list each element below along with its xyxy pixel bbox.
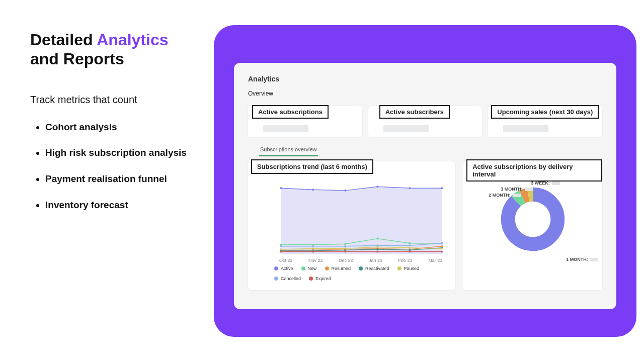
legend-label: Reactivated: [365, 266, 389, 271]
legend-item: Reactivated: [359, 266, 389, 271]
svg-point-41: [409, 250, 411, 252]
dashboard-subtitle: Overview: [248, 90, 602, 97]
marketing-copy: Detailed Analytics and Reports Track met…: [0, 0, 211, 362]
svg-point-22: [376, 248, 378, 250]
tab-subscriptions-overview[interactable]: Subscriptions overview: [259, 144, 318, 156]
svg-point-35: [409, 244, 411, 246]
donut-slice-label: 3 WEEK:: [531, 180, 560, 186]
svg-point-3: [344, 190, 346, 192]
svg-point-39: [344, 250, 346, 252]
legend-swatch: [397, 266, 401, 270]
legend-label: Expired: [315, 276, 331, 281]
donut-slice-label: 2 MONTH:: [489, 193, 521, 198]
chart-card-trend: Subscriptions trend (last 6 months) Oct …: [248, 161, 455, 290]
svg-point-1: [280, 187, 282, 189]
headline-accent: Analytics: [97, 31, 168, 49]
svg-point-42: [441, 250, 443, 252]
legend-item: Cancelled: [274, 276, 301, 281]
kpi-card-active-subscriptions[interactable]: Active subscriptions: [248, 106, 362, 137]
x-tick-label: Feb 23: [398, 258, 413, 263]
donut-slice-label: 1 MONTH:: [566, 257, 598, 262]
kpi-value-placeholder: [503, 125, 548, 132]
feature-list: Cohort analysis High risk subscription a…: [30, 121, 196, 212]
donut-labels: 1 MONTH:2 MONTH:3 MONTH:3 WEEK:: [470, 171, 595, 267]
legend-swatch: [301, 266, 305, 270]
legend-item: Expired: [309, 276, 331, 281]
svg-point-37: [280, 250, 282, 252]
feature-item: Payment realisation funnel: [45, 172, 196, 186]
dashboard-tabs: Subscriptions overview: [248, 144, 602, 156]
legend-swatch: [309, 277, 313, 281]
svg-point-27: [344, 247, 346, 249]
feature-item: Cohort analysis: [45, 121, 196, 134]
legend-label: New: [308, 266, 317, 271]
legend-swatch: [274, 266, 278, 270]
analytics-dashboard: Analytics Overview Active subscriptions …: [234, 63, 616, 309]
svg-point-6: [441, 187, 443, 189]
x-tick-label: Mar 23: [428, 258, 442, 263]
legend-label: Cancelled: [281, 276, 301, 281]
legend-item: Active: [274, 266, 293, 271]
svg-point-38: [312, 250, 314, 252]
donut-slice-label: 3 MONTH:: [501, 187, 533, 192]
svg-point-26: [312, 247, 314, 249]
kpi-value-placeholder: [383, 125, 429, 132]
svg-point-33: [344, 245, 346, 247]
svg-point-36: [441, 242, 443, 244]
svg-point-9: [344, 243, 346, 245]
x-axis-labels: Oct 22Nov 22Dec 22Jan 23Feb 23Mar 23: [255, 257, 448, 266]
legend-swatch: [274, 277, 278, 281]
svg-point-40: [376, 250, 378, 252]
page-headline: Detailed Analytics and Reports: [30, 30, 196, 69]
kpi-label: Upcoming sales (next 30 days): [491, 105, 599, 119]
kpi-card-upcoming-sales[interactable]: Upcoming sales (next 30 days): [488, 106, 602, 137]
svg-point-11: [409, 242, 411, 244]
legend-label: Resumed: [332, 266, 351, 271]
dashboard-title: Analytics: [248, 75, 602, 83]
svg-point-32: [312, 245, 314, 247]
x-tick-label: Oct 22: [279, 258, 293, 263]
svg-point-25: [280, 248, 282, 250]
kpi-row: Active subscriptions Active subscribers …: [248, 106, 602, 137]
x-tick-label: Dec 22: [339, 258, 353, 263]
svg-point-29: [409, 247, 411, 249]
legend-swatch: [359, 266, 363, 270]
chart-title-trend: Subscriptions trend (last 6 months): [251, 159, 373, 174]
donut-wrap: 1 MONTH:2 MONTH:3 MONTH:3 WEEK:: [470, 171, 595, 267]
legend-item: Paused: [397, 266, 420, 271]
chart-legend: ActiveNewResumedReactivatedPausedCancell…: [255, 266, 448, 281]
x-tick-label: Nov 22: [308, 258, 323, 263]
headline-post: and Reports: [30, 50, 124, 68]
svg-marker-0: [281, 187, 442, 254]
x-tick-label: Jan 23: [369, 258, 382, 263]
svg-point-4: [376, 186, 378, 188]
chart-card-donut: Active subscriptions by delivery interva…: [463, 161, 602, 290]
legend-label: Active: [281, 266, 293, 271]
svg-point-10: [376, 238, 378, 240]
kpi-value-placeholder: [263, 125, 308, 132]
headline-pre: Detailed: [30, 31, 97, 49]
legend-label: Paused: [404, 266, 420, 271]
feature-item: Inventory forecast: [45, 199, 196, 212]
svg-point-2: [312, 189, 314, 191]
svg-point-30: [441, 247, 443, 249]
svg-point-34: [376, 244, 378, 246]
kpi-card-active-subscribers[interactable]: Active subscribers: [368, 106, 482, 137]
line-chart: [255, 171, 448, 257]
legend-item: New: [301, 266, 317, 271]
legend-item: Resumed: [325, 266, 351, 271]
feature-item: High risk subscription analysis: [45, 146, 196, 159]
kpi-label: Active subscribers: [379, 105, 450, 119]
kpi-label: Active subscriptions: [252, 105, 329, 119]
subheadline: Track metrics that count: [30, 94, 196, 106]
screenshot-frame: Analytics Overview Active subscriptions …: [214, 25, 636, 337]
svg-point-31: [280, 245, 282, 247]
legend-swatch: [325, 266, 329, 270]
svg-point-5: [409, 187, 411, 189]
